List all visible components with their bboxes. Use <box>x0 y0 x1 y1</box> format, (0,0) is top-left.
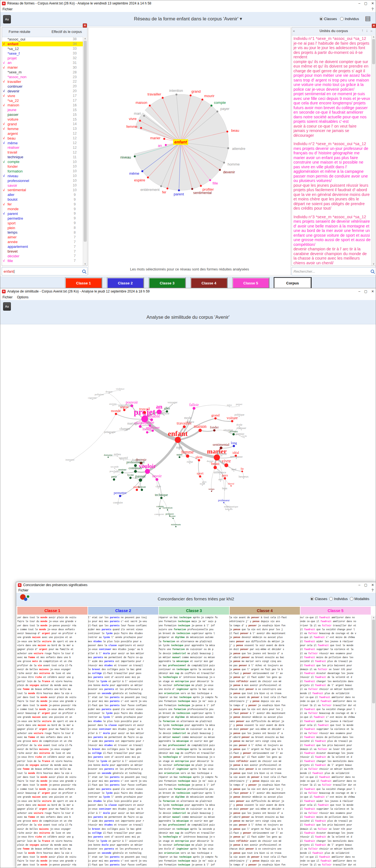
check-icon[interactable]: √ <box>3 94 7 97</box>
class-header[interactable]: Classe 4 <box>230 607 300 615</box>
word-form[interactable]: brevet <box>7 249 67 253</box>
wordlist-row[interactable]: √vivre17 <box>2 93 83 98</box>
check-icon[interactable]: √ <box>3 259 7 262</box>
units-scrollbar[interactable]: ∧ ∨ <box>371 35 376 266</box>
wordlist-row[interactable]: *sa_2217 <box>2 98 83 103</box>
wordlist-row[interactable]: *assoc_non23 <box>2 74 83 79</box>
word-form[interactable]: compte <box>7 160 67 164</box>
button-corpus[interactable]: Corpus <box>274 278 311 288</box>
word-form[interactable]: formation <box>7 169 67 173</box>
maximize-icon[interactable]: ▢ <box>364 1 367 5</box>
word-form[interactable]: temps <box>7 230 67 235</box>
wordlist-row[interactable]: √fer9 <box>2 202 83 207</box>
menu-fichier[interactable]: Fichier <box>19 588 28 592</box>
wordlist-row[interactable]: année7 <box>2 240 83 244</box>
wordlist-row[interactable]: √femme13 <box>2 126 83 131</box>
wordlist-row[interactable]: professionnel10 <box>2 178 83 183</box>
check-icon[interactable]: √ <box>3 160 7 163</box>
word-form[interactable]: année <box>7 240 67 244</box>
wordlist-row[interactable]: boulot9 <box>2 197 83 202</box>
check-icon[interactable]: √ <box>3 122 7 126</box>
scroll-up-icon[interactable]: ∧ <box>83 37 87 40</box>
word-form[interactable]: travail <box>7 150 67 154</box>
column-forme[interactable]: Forme réduite <box>9 30 30 34</box>
word-form[interactable]: sport <box>7 221 67 225</box>
word-form[interactable]: boulot <box>7 197 67 202</box>
class-header[interactable]: Classe 3 <box>159 607 229 615</box>
scroll-up-icon[interactable]: ∧ <box>372 36 376 38</box>
wordlist-row[interactable]: √travailler22 <box>2 79 83 84</box>
button-classe-3[interactable]: Classe 3 <box>149 278 185 288</box>
word-form[interactable]: décider <box>7 254 67 258</box>
units-search-input[interactable]: Rechercher... <box>294 269 315 274</box>
check-icon[interactable]: √ <box>3 89 7 93</box>
scroll-up-icon[interactable]: ∧ <box>372 616 376 619</box>
word-form[interactable]: appartement <box>7 245 67 249</box>
button-classe-5[interactable]: Classe 5 <box>233 278 269 288</box>
radial-network[interactable]: travaillermaisonmarivivrefemmemarieranin… <box>89 27 290 265</box>
expand-icon[interactable]: » <box>370 29 372 33</box>
minimize-icon[interactable]: – <box>358 1 361 5</box>
word-form[interactable]: maison <box>7 103 67 107</box>
radio-modalités[interactable] <box>350 597 353 600</box>
radio-classes[interactable] <box>310 597 314 600</box>
word-form[interactable]: permettre <box>7 216 67 220</box>
wordlist-row[interactable]: permettre9 <box>2 216 83 221</box>
check-icon[interactable]: √ <box>3 42 7 45</box>
word-form[interactable]: *sexe_m <box>7 70 67 74</box>
word-form[interactable]: plein <box>7 226 67 230</box>
help-icon[interactable]: ? <box>372 588 374 592</box>
class-header[interactable]: Classe 5 <box>301 607 371 615</box>
wordlist-row[interactable]: brevet7 <box>2 249 83 254</box>
check-icon[interactable]: √ <box>3 136 7 140</box>
check-icon[interactable]: √ <box>3 141 7 145</box>
word-form[interactable]: savoir <box>7 183 67 188</box>
word-form[interactable]: même <box>7 141 67 145</box>
minimize-icon[interactable]: – <box>358 583 361 587</box>
wordlist-row[interactable]: √an31 <box>2 60 83 65</box>
check-icon[interactable]: √ <box>3 212 7 215</box>
wordlist-row[interactable]: savoir10 <box>2 183 83 188</box>
class-column[interactable]: la vie avant de penser à tout cela il-fa… <box>229 616 300 868</box>
class-column[interactable]: yer dans tout le monde avoir plein de vo… <box>17 616 88 868</box>
wordlist-row[interactable]: √fille7 <box>2 258 83 263</box>
wordlist-row[interactable]: √devenir20 <box>2 89 83 93</box>
word-form[interactable]: *sexe_f <box>7 51 67 56</box>
help-icon[interactable]: ? <box>372 7 374 11</box>
wordlist-row[interactable]: aller9 <box>2 192 83 197</box>
wordlist-row[interactable]: √compte10 <box>2 159 83 164</box>
word-form[interactable]: femme <box>7 127 67 131</box>
wordlist-row[interactable]: travail12 <box>2 150 83 155</box>
wordlist-row[interactable]: argent12 <box>2 131 83 136</box>
word-form[interactable]: projet <box>7 56 67 60</box>
wordlist-row[interactable]: √parent9 <box>2 211 83 216</box>
menu-fichier[interactable]: Fichier <box>2 7 12 11</box>
wordlist-row[interactable]: √enfant34 <box>2 41 83 46</box>
search-icon[interactable] <box>82 270 86 273</box>
word-form[interactable]: *assoc_oui <box>7 37 67 41</box>
word-form[interactable]: réaliser <box>7 146 67 150</box>
word-form[interactable]: professionnel <box>7 179 67 183</box>
units-search[interactable]: Rechercher... <box>292 267 376 276</box>
radio-classes[interactable] <box>319 17 323 21</box>
wordlist-row[interactable]: voiture15 <box>2 117 83 122</box>
wordlist-row[interactable]: √maison16 <box>2 103 83 107</box>
wordlist-row[interactable]: √grand14 <box>2 122 83 126</box>
wordlist-row[interactable]: temps8 <box>2 230 83 235</box>
close-panel-icon[interactable]: ✕ <box>83 24 87 28</box>
word-form[interactable]: technique <box>7 155 67 159</box>
scroll-down-icon[interactable]: ∨ <box>83 262 87 265</box>
check-icon[interactable]: √ <box>3 61 7 64</box>
wordlist-row[interactable]: projet32 <box>2 56 83 61</box>
class-header[interactable]: Classe 1 <box>17 607 88 615</box>
check-icon[interactable]: √ <box>3 127 7 130</box>
close-units-icon[interactable]: ✕ <box>372 24 376 28</box>
wordlist-search[interactable]: enfant| <box>2 267 88 276</box>
word-form[interactable]: voiture <box>7 117 67 121</box>
wordlist-row[interactable]: *sa_1233 <box>2 46 83 51</box>
word-form[interactable]: niveau <box>7 174 67 178</box>
grid-icon[interactable]: ▤ <box>365 15 371 22</box>
wordlist-row[interactable]: réaliser12 <box>2 145 83 150</box>
dropdown-icon[interactable]: ▾ <box>240 16 242 22</box>
wordlist-row[interactable]: *sexe_f33 <box>2 51 83 56</box>
